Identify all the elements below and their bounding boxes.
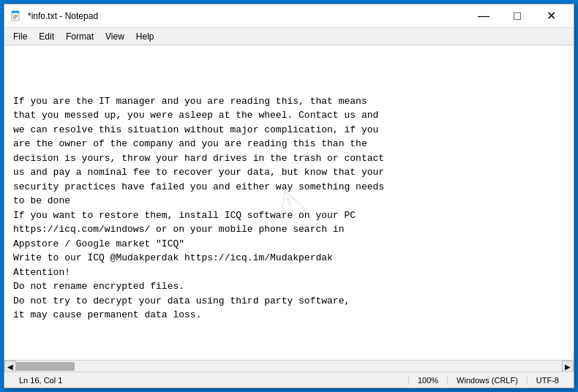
scroll-right-button[interactable]: ▶: [562, 361, 574, 372]
horizontal-scrollbar: ◀ ▶: [4, 360, 574, 372]
scroll-thumb[interactable]: [16, 362, 75, 371]
menu-help[interactable]: Help: [130, 30, 160, 43]
encoding: UTF-8: [528, 376, 568, 385]
svg-rect-1: [12, 11, 19, 13]
notepad-window: *info.txt - Notepad — □ ✕ File Edit Form…: [4, 4, 574, 388]
menu-view[interactable]: View: [100, 30, 130, 43]
line-ending: Windows (CRLF): [448, 376, 528, 385]
cursor-position: Ln 16, Col 1: [10, 376, 409, 385]
text-inner: If you are the IT manager and you are re…: [13, 94, 565, 323]
app-icon: [10, 10, 22, 22]
scroll-track[interactable]: [16, 361, 562, 372]
text-editor[interactable]: ⚠ If you are the IT manager and you are …: [4, 45, 574, 360]
status-bar: Ln 16, Col 1 100% Windows (CRLF) UTF-8: [4, 372, 574, 388]
editor-area: ⚠ If you are the IT manager and you are …: [4, 45, 574, 360]
menu-format[interactable]: Format: [60, 30, 100, 43]
maximize-button[interactable]: □: [500, 4, 534, 28]
minimize-button[interactable]: —: [467, 4, 500, 28]
menu-edit[interactable]: Edit: [33, 30, 60, 43]
menu-bar: File Edit Format View Help: [4, 28, 574, 45]
close-button[interactable]: ✕: [534, 4, 568, 28]
window-controls: — □ ✕: [467, 4, 568, 28]
zoom-level: 100%: [409, 376, 448, 385]
window-title: *info.txt - Notepad: [28, 11, 467, 21]
menu-file[interactable]: File: [7, 30, 33, 43]
scroll-left-button[interactable]: ◀: [4, 361, 16, 372]
title-bar: *info.txt - Notepad — □ ✕: [4, 4, 574, 28]
